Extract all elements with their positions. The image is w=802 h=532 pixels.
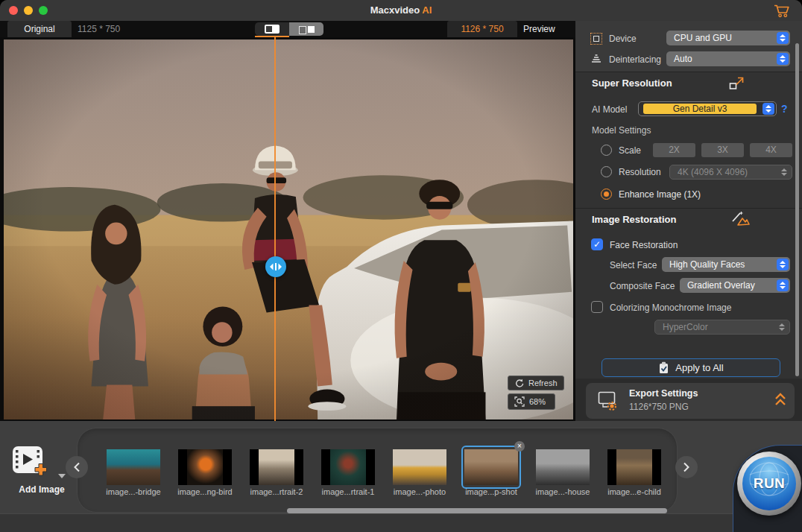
composite-face-value: Gradient Overlay bbox=[680, 280, 777, 291]
zoom-level-indicator[interactable]: 68% bbox=[508, 393, 555, 410]
deinterlacing-value: Auto bbox=[666, 54, 777, 64]
ai-model-label: AI Model bbox=[592, 104, 627, 115]
stepper-icon bbox=[778, 166, 790, 178]
apply-to-all-label: Apply to All bbox=[675, 362, 723, 373]
close-icon: × bbox=[517, 442, 522, 450]
thumbnail-group-shot[interactable]: image...p-shot × bbox=[464, 449, 518, 485]
clipboard-icon bbox=[658, 361, 669, 374]
enhance-image-label: Enhance Image (1X) bbox=[619, 189, 701, 200]
colorizing-label: Colorizing Monochrome Image bbox=[610, 303, 731, 313]
section-divider bbox=[575, 72, 802, 72]
colorizing-mode-select: HyperColor bbox=[654, 320, 790, 335]
scale-4x-button[interactable]: 4X bbox=[750, 143, 792, 157]
colorizing-value: HyperColor bbox=[655, 322, 776, 332]
add-image-button[interactable]: Add Image bbox=[12, 446, 72, 480]
run-button-area: RUN bbox=[733, 445, 802, 532]
thumbnail-portrait-1[interactable]: image...rtrait-1 bbox=[321, 449, 375, 485]
stepper-icon bbox=[777, 279, 789, 291]
scale-label: Scale bbox=[619, 145, 641, 156]
resolution-select: 4K (4096 X 4096) bbox=[669, 165, 792, 180]
stepper-icon bbox=[777, 32, 789, 44]
export-settings-bar[interactable]: Export Settings 1126*750 PNG bbox=[586, 383, 795, 419]
resolution-value: 4K (4096 X 4096) bbox=[670, 167, 778, 177]
tab-preview[interactable]: Preview bbox=[523, 21, 555, 37]
refresh-label: Refresh bbox=[528, 379, 558, 387]
add-image-label: Add Image bbox=[7, 484, 76, 495]
app-title-accent: AI bbox=[422, 4, 432, 16]
deinterlacing-icon bbox=[590, 53, 602, 67]
composite-face-select[interactable]: Gradient Overlay bbox=[680, 278, 790, 293]
select-face-value: High Quality Faces bbox=[662, 259, 777, 270]
app-title: Macxvideo AI bbox=[0, 0, 802, 21]
ai-model-help-icon[interactable]: ? bbox=[781, 103, 788, 115]
super-resolution-title: Super Resolution bbox=[592, 77, 672, 89]
stepper-icon bbox=[777, 259, 789, 270]
model-settings-label: Model Settings bbox=[592, 125, 651, 136]
refresh-icon bbox=[514, 379, 524, 388]
run-button[interactable]: RUN bbox=[737, 452, 801, 516]
export-settings-title: Export Settings bbox=[629, 388, 698, 399]
zoom-icon bbox=[514, 396, 525, 407]
thumbnail-child[interactable]: image...e-child bbox=[607, 449, 661, 485]
filmstrip-scrollbar[interactable] bbox=[287, 508, 667, 513]
ai-model-select[interactable]: Gen Detail v3 bbox=[638, 101, 777, 116]
select-face-label: Select Face bbox=[610, 260, 657, 270]
face-restoration-label: Face Restoration bbox=[610, 240, 678, 250]
thumbnail-bridge[interactable]: image...-bridge bbox=[107, 449, 160, 485]
preview-photo bbox=[4, 39, 573, 419]
device-value: CPU and GPU bbox=[666, 33, 777, 43]
compare-mode-toggle bbox=[255, 22, 323, 36]
thumbnail-portrait-2[interactable]: image...rtrait-2 bbox=[250, 449, 303, 485]
app-title-text: Macxvideo bbox=[370, 4, 420, 16]
compare-split-line[interactable] bbox=[274, 37, 276, 421]
scale-3x-button[interactable]: 3X bbox=[701, 143, 744, 157]
settings-panel: Device CPU and GPU Deinterlacing Auto Su… bbox=[575, 21, 802, 421]
add-image-caret-icon bbox=[58, 474, 66, 478]
split-compare-button[interactable] bbox=[255, 22, 289, 36]
run-label: RUN bbox=[754, 475, 786, 492]
compare-split-handle[interactable] bbox=[265, 256, 286, 277]
super-resolution-icon bbox=[729, 76, 745, 93]
titlebar: Macxvideo AI bbox=[0, 0, 802, 21]
thumbnail-house[interactable]: image...-house bbox=[536, 449, 590, 485]
panel-scrollbar[interactable] bbox=[795, 43, 799, 376]
add-image-icon bbox=[12, 446, 48, 477]
image-restoration-icon bbox=[730, 211, 750, 229]
zoom-percent-label: 68% bbox=[529, 397, 546, 406]
tab-original[interactable]: Original bbox=[7, 21, 72, 37]
scale-2x-button[interactable]: 2X bbox=[653, 143, 695, 157]
chevron-left-icon bbox=[73, 462, 80, 472]
check-icon: ✓ bbox=[593, 240, 601, 249]
original-dimensions: 1125 * 750 bbox=[78, 21, 120, 37]
cart-icon[interactable] bbox=[774, 4, 792, 18]
scale-radio[interactable] bbox=[601, 145, 612, 156]
bottom-band bbox=[0, 513, 802, 532]
split-arrows-icon bbox=[269, 262, 282, 271]
stepper-icon bbox=[777, 53, 789, 65]
ai-model-value: Gen Detail v3 bbox=[643, 104, 757, 114]
select-face-select[interactable]: High Quality Faces bbox=[662, 257, 790, 272]
deinterlacing-select[interactable]: Auto bbox=[666, 51, 790, 66]
enhance-image-radio[interactable] bbox=[601, 189, 612, 200]
device-select[interactable]: CPU and GPU bbox=[666, 31, 790, 45]
refresh-button[interactable]: Refresh bbox=[508, 376, 564, 390]
thumbnail-photo[interactable]: image...-photo bbox=[393, 449, 446, 485]
colorizing-checkbox[interactable]: ✓ bbox=[591, 301, 603, 313]
resolution-label: Resolution bbox=[619, 167, 661, 177]
chevron-right-icon bbox=[683, 462, 690, 472]
export-settings-icon bbox=[598, 391, 619, 414]
face-restoration-checkbox[interactable]: ✓ bbox=[591, 238, 603, 250]
image-restoration-title: Image Restoration bbox=[592, 214, 676, 225]
scroll-right-button[interactable] bbox=[675, 456, 698, 478]
remove-image-button[interactable]: × bbox=[514, 441, 525, 452]
thumbnail-bird[interactable]: image...ng-bird bbox=[178, 449, 232, 485]
scroll-left-button[interactable] bbox=[66, 456, 88, 478]
collapse-chevrons-icon[interactable] bbox=[774, 391, 787, 411]
device-label: Device bbox=[609, 34, 637, 44]
composite-face-label: Composite Face bbox=[610, 281, 675, 291]
preview-dimensions: 1126 * 750 bbox=[447, 21, 517, 37]
section-divider bbox=[575, 208, 802, 209]
apply-to-all-button[interactable]: Apply to All bbox=[602, 358, 780, 377]
side-by-side-button[interactable] bbox=[289, 22, 323, 36]
resolution-radio[interactable] bbox=[601, 166, 612, 177]
